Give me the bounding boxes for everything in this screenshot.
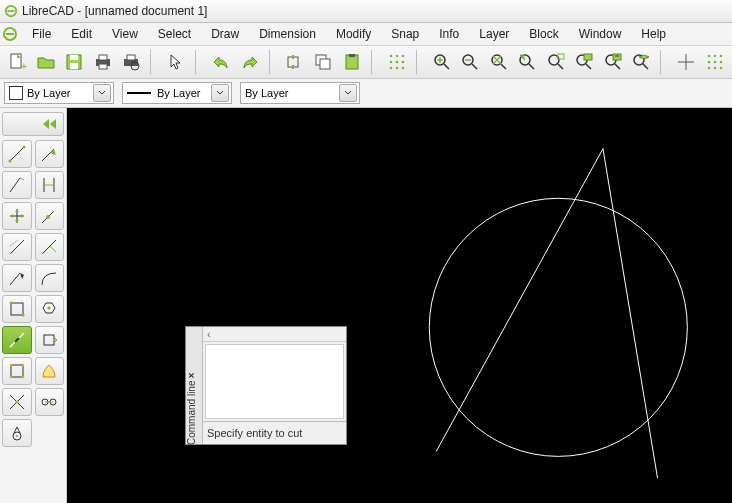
save-button[interactable] <box>61 48 87 76</box>
tool-line-perp[interactable] <box>35 233 65 261</box>
grid-button[interactable] <box>384 48 410 76</box>
svg-point-45 <box>713 67 716 70</box>
svg-point-39 <box>713 55 716 58</box>
color-swatch-icon <box>9 86 23 100</box>
svg-rect-34 <box>584 54 592 60</box>
menu-help[interactable]: Help <box>631 25 676 43</box>
tool-divide[interactable] <box>2 326 32 354</box>
menu-block[interactable]: Block <box>519 25 568 43</box>
tool-measure[interactable] <box>2 419 32 447</box>
tool-line-horiz[interactable] <box>2 171 32 199</box>
menu-snap[interactable]: Snap <box>381 25 429 43</box>
svg-point-60 <box>15 401 18 404</box>
tool-hatch[interactable] <box>35 357 65 385</box>
zoom-prev-button[interactable] <box>514 48 540 76</box>
svg-point-52 <box>21 314 24 317</box>
svg-rect-55 <box>11 365 23 377</box>
menu-select[interactable]: Select <box>148 25 201 43</box>
svg-point-58 <box>9 376 12 379</box>
linewidth-dropdown[interactable]: By Layer <box>122 82 232 104</box>
tool-line-vert[interactable] <box>35 171 65 199</box>
tool-arc-3pt[interactable] <box>35 264 65 292</box>
tool-arc[interactable] <box>2 264 32 292</box>
svg-point-65 <box>429 198 687 456</box>
menu-dimension[interactable]: Dimension <box>249 25 326 43</box>
cad-drawing <box>67 108 732 503</box>
print-button[interactable] <box>89 48 115 76</box>
palette-back-button[interactable] <box>2 112 64 136</box>
svg-rect-16 <box>346 55 358 69</box>
color-dropdown[interactable]: By Layer <box>4 82 114 104</box>
svg-point-26 <box>401 67 404 70</box>
chevron-down-icon <box>339 84 357 102</box>
open-button[interactable] <box>32 48 58 76</box>
svg-rect-5 <box>70 55 78 60</box>
toolbar-separator <box>416 50 423 74</box>
redo-button[interactable] <box>236 48 262 76</box>
color-dropdown-label: By Layer <box>27 87 70 99</box>
menu-modify[interactable]: Modify <box>326 25 381 43</box>
tool-trim[interactable] <box>2 295 32 323</box>
chevron-down-icon <box>211 84 229 102</box>
zoom-in-button[interactable] <box>429 48 455 76</box>
zoom-window-button[interactable] <box>542 48 568 76</box>
new-button[interactable]: + <box>4 48 30 76</box>
linetype-dropdown[interactable]: By Layer <box>240 82 360 104</box>
zoom-redraw-button[interactable] <box>599 48 625 76</box>
svg-point-56 <box>9 364 12 367</box>
menu-draw[interactable]: Draw <box>201 25 249 43</box>
menubar: File Edit View Select Draw Dimension Mod… <box>0 23 732 46</box>
command-scroll-left-icon[interactable]: ‹ <box>203 327 346 342</box>
menu-window[interactable]: Window <box>569 25 632 43</box>
svg-point-38 <box>707 55 710 58</box>
cursor-button[interactable] <box>163 48 189 76</box>
svg-point-47 <box>8 160 11 163</box>
menu-info[interactable]: Info <box>429 25 469 43</box>
svg-point-59 <box>21 376 24 379</box>
tool-block[interactable] <box>35 388 65 416</box>
tool-palette <box>0 108 67 503</box>
svg-rect-11 <box>127 55 135 60</box>
menu-view[interactable]: View <box>102 25 148 43</box>
grid-toggle-button[interactable] <box>701 48 727 76</box>
zoom-layer-button[interactable] <box>628 48 654 76</box>
menu-edit[interactable]: Edit <box>61 25 102 43</box>
tool-offset[interactable] <box>35 326 65 354</box>
tool-explode[interactable] <box>2 388 32 416</box>
menu-layer[interactable]: Layer <box>469 25 519 43</box>
svg-point-49 <box>46 215 50 219</box>
app-icon <box>4 4 18 18</box>
tool-line-angle[interactable] <box>35 140 65 168</box>
tool-polygon[interactable] <box>2 357 32 385</box>
crosshair-button[interactable] <box>673 48 699 76</box>
command-line-title: Command line× <box>186 429 197 445</box>
command-line-panel[interactable]: Command line× ‹ Specify entity to cut <box>185 326 347 445</box>
svg-point-64 <box>16 435 18 437</box>
svg-point-20 <box>401 55 404 58</box>
svg-point-41 <box>707 61 710 64</box>
tool-move-4way[interactable] <box>2 202 32 230</box>
print-preview-button[interactable] <box>118 48 144 76</box>
svg-rect-6 <box>70 63 78 69</box>
svg-text:+: + <box>21 61 27 72</box>
tool-line-2pt[interactable] <box>2 140 32 168</box>
svg-rect-36 <box>613 54 621 60</box>
tool-line-rect[interactable] <box>35 202 65 230</box>
svg-line-66 <box>436 149 603 452</box>
svg-point-40 <box>719 55 722 58</box>
drawing-canvas[interactable]: Command line× ‹ Specify entity to cut <box>67 108 732 503</box>
paste-button[interactable] <box>338 48 364 76</box>
command-line-handle[interactable]: Command line× <box>186 327 203 444</box>
copy-button[interactable] <box>310 48 336 76</box>
undo-button[interactable] <box>208 48 234 76</box>
close-icon[interactable]: × <box>186 373 197 379</box>
cut-button[interactable] <box>282 48 308 76</box>
menu-file[interactable]: File <box>22 25 61 43</box>
tool-extend[interactable] <box>35 295 65 323</box>
main-toolbar: + <box>0 46 732 79</box>
tool-line-parallel[interactable] <box>2 233 32 261</box>
zoom-auto-button[interactable] <box>486 48 512 76</box>
svg-point-24 <box>389 67 392 70</box>
zoom-out-button[interactable] <box>457 48 483 76</box>
zoom-pan-button[interactable] <box>571 48 597 76</box>
